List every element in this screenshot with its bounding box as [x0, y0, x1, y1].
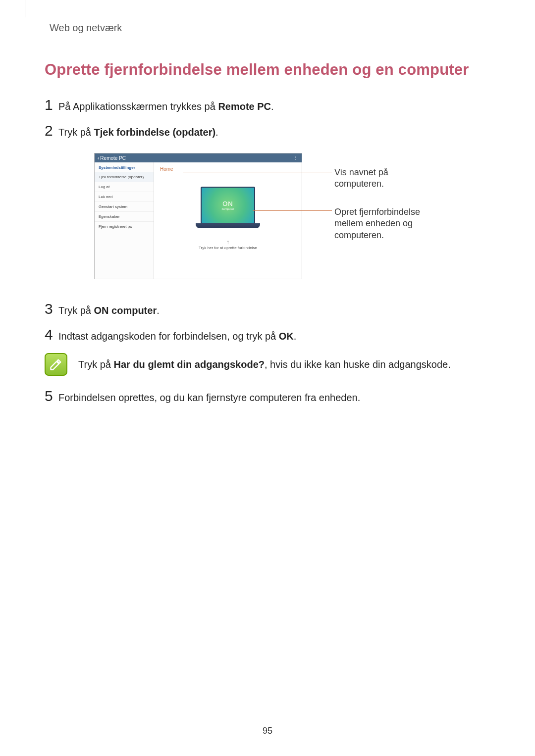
home-label: Home [160, 166, 173, 172]
header-title: Remote PC [100, 155, 126, 161]
bold: OK [279, 331, 294, 342]
on-label: ON [222, 200, 233, 207]
step-text: Forbindelsen oprettes, og du kan fjernst… [58, 389, 360, 404]
bold: Har du glemt din adgangskode? [114, 359, 265, 370]
sidebar-item: Tjek forbindelse (opdater) [95, 172, 154, 182]
step-text: Tryk på ON computer. [58, 302, 160, 317]
leader-line [183, 172, 332, 172]
sidebar-item: Luk ned [95, 192, 154, 202]
laptop-graphic: ON computer [196, 187, 260, 234]
step-number: 5 [45, 389, 58, 403]
on-sublabel: computer [221, 207, 234, 210]
text: Tryk på [58, 127, 94, 138]
sidebar-item: Egenskaber [95, 211, 154, 221]
back-button: ‹ Remote PC [98, 155, 126, 161]
bold: ON computer [94, 305, 157, 316]
step-text: Tryk på Tjek forbindelse (opdater). [58, 124, 218, 139]
pencil-icon [49, 357, 63, 371]
text: Tryk på [78, 359, 114, 370]
callout-computer-name: Vis navnet på computeren. [334, 167, 438, 190]
bold: Remote PC [218, 101, 271, 112]
laptop-base [196, 223, 260, 228]
step-5: 5 Forbindelsen oprettes, og du kan fjern… [45, 389, 490, 404]
margin-rule [25, 0, 25, 17]
sidebar-heading: Systemindstillinger [95, 162, 154, 172]
laptop-screen: ON computer [201, 187, 255, 224]
sidebar-item: Genstart system [95, 202, 154, 211]
step-2: 2 Tryk på Tjek forbindelse (opdater). [45, 123, 490, 139]
note-text: Tryk på Har du glemt din adgangskode?, h… [78, 353, 451, 371]
device-titlebar: ‹ Remote PC ⋮ [95, 153, 302, 162]
step-number: 3 [45, 302, 58, 316]
page-title: Oprette fjernforbindelse mellem enheden … [45, 61, 490, 79]
chevron-left-icon: ‹ [98, 155, 99, 161]
figure: ‹ Remote PC ⋮ Systemindstillinger Tjek f… [94, 153, 441, 282]
text: . [215, 127, 218, 138]
device-main: Home ON computer ↑ Tryk her for at opret… [154, 162, 302, 279]
text: . [294, 331, 297, 342]
callout-connect: Opret fjernforbindelse mellem enheden og… [334, 206, 438, 241]
text: , hvis du ikke kan huske din adgangskode… [265, 359, 451, 370]
up-arrow-icon: ↑ [226, 239, 229, 246]
device-body: Systemindstillinger Tjek forbindelse (op… [95, 162, 302, 279]
leader-line [253, 210, 332, 211]
note-block: Tryk på Har du glemt din adgangskode?, h… [45, 353, 490, 376]
sidebar-item: Log af [95, 182, 154, 192]
menu-icon: ⋮ [293, 155, 299, 160]
step-number: 1 [45, 98, 58, 112]
step-4: 4 Indtast adgangskoden for forbindelsen,… [45, 327, 490, 343]
step-text: På Applikationsskærmen trykkes på Remote… [58, 98, 274, 113]
page-content: Web og netværk Oprette fjernforbindelse … [0, 0, 535, 404]
device-sidebar: Systemindstillinger Tjek forbindelse (op… [95, 162, 154, 279]
text: På Applikationsskærmen trykkes på [58, 101, 218, 112]
hint-text: Tryk her for at oprette forbindelse [199, 246, 257, 250]
sidebar-item: Fjern registreret pc [95, 221, 154, 231]
text: Tryk på [58, 305, 94, 316]
breadcrumb: Web og netværk [50, 22, 490, 34]
note-icon [45, 353, 67, 376]
step-3: 3 Tryk på ON computer. [45, 302, 490, 317]
step-text: Indtast adgangskoden for forbindelsen, o… [58, 328, 296, 343]
page-number: 95 [0, 726, 535, 736]
step-number: 2 [45, 123, 58, 138]
step-number: 4 [45, 327, 58, 342]
text: . [271, 101, 274, 112]
text: . [157, 305, 160, 316]
bold: Tjek forbindelse (opdater) [94, 127, 216, 138]
text: Indtast adgangskoden for forbindelsen, o… [58, 331, 279, 342]
step-1: 1 På Applikationsskærmen trykkes på Remo… [45, 98, 490, 113]
